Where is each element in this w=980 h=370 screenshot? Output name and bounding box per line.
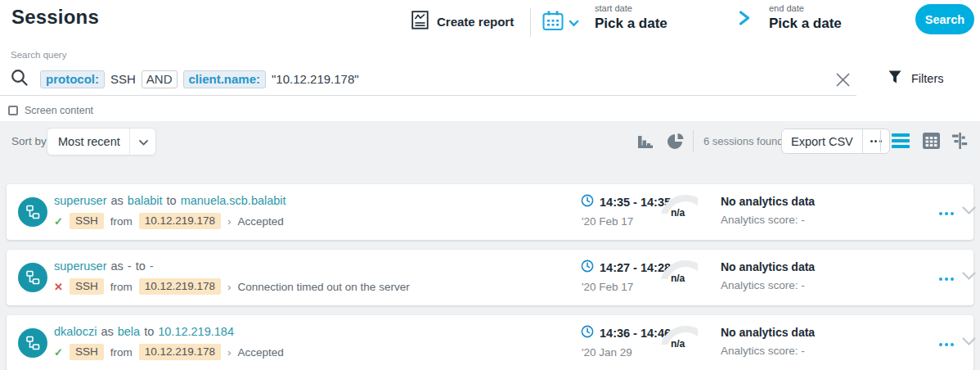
filters-label: Filters [911, 72, 943, 85]
create-report-button[interactable]: Create report [411, 11, 514, 33]
report-icon [411, 11, 429, 33]
more-options-button[interactable] [936, 340, 957, 350]
score-gauge: n/a [660, 195, 698, 229]
analytics-block: No analytics data Analytics score: - [721, 326, 815, 357]
session-target-link[interactable]: 10.12.219.184 [158, 325, 234, 338]
session-user-link[interactable]: dkaloczi [54, 325, 97, 338]
export-csv-button[interactable]: Export CSV [782, 129, 862, 153]
as-word: as [110, 259, 123, 273]
query-field-chip[interactable]: protocol: [40, 70, 105, 88]
end-date-picker[interactable]: end date Pick a date [769, 3, 842, 32]
arrow-separator: › [227, 346, 232, 359]
protocol-highlight: SSH [70, 278, 104, 295]
session-time: 14:35 - 14:35 '20 Feb 17 [581, 194, 671, 228]
score-gauge: n/a [660, 326, 698, 360]
filters-button[interactable]: Filters [888, 70, 943, 87]
to-word: to [167, 194, 177, 207]
arrow-separator: › [227, 215, 232, 228]
results-section: Sort by Most recent [0, 121, 980, 370]
list-view-icon[interactable] [892, 133, 910, 148]
pie-chart-icon[interactable] [668, 133, 685, 153]
expand-chevron-icon[interactable] [962, 204, 976, 219]
bar-chart-icon[interactable] [638, 133, 654, 152]
search-icon [11, 69, 29, 90]
session-gateway-link[interactable]: balabit [128, 194, 163, 207]
analytics-score: Analytics score: - [721, 279, 815, 291]
clock-icon [581, 259, 594, 276]
analytics-title: No analytics data [721, 326, 815, 339]
chevron-down-icon [139, 134, 148, 149]
results-toolbar: Sort by Most recent [0, 121, 980, 161]
from-word: from [110, 346, 133, 359]
session-user-link[interactable]: superuser [54, 194, 106, 207]
table-view-icon[interactable] [923, 133, 940, 152]
analytics-block: No analytics data Analytics score: - [721, 195, 815, 226]
end-date-label: end date [769, 3, 842, 13]
session-type-icon [18, 263, 47, 292]
query-operator-chip[interactable]: AND [142, 70, 178, 88]
session-summary: dkaloczi as bela to 10.12.219.184 ✓ SSH … [54, 325, 284, 360]
protocol-highlight: SSH [70, 344, 104, 360]
screen-content-checkbox[interactable] [8, 106, 18, 115]
analytics-block: No analytics data Analytics score: - [721, 260, 815, 291]
analytics-score: Analytics score: - [721, 214, 815, 226]
search-query-input[interactable]: protocol: SSH AND client.name: "10.12.21… [0, 63, 856, 96]
start-date-picker[interactable]: start date Pick a date [595, 3, 668, 32]
flow-view-icon[interactable] [951, 133, 969, 152]
from-word: from [110, 281, 133, 293]
session-card[interactable]: dkaloczi as bela to 10.12.219.184 ✓ SSH … [7, 315, 973, 370]
expand-chevron-icon[interactable] [962, 335, 976, 350]
export-more-button[interactable] [862, 129, 889, 153]
as-word: as [101, 325, 113, 338]
session-card[interactable]: superuser as - to - ✕ SSH from 10.12.219… [7, 250, 973, 305]
session-date: '20 Jan 29 [581, 346, 671, 359]
query-value[interactable]: SSH [110, 72, 136, 86]
analytics-title: No analytics data [721, 195, 815, 208]
score-value: n/a [671, 207, 685, 219]
expand-chevron-icon[interactable] [962, 269, 976, 284]
analytics-score: Analytics score: - [721, 345, 815, 357]
session-card[interactable]: superuser as balabit to manuela.scb.bala… [7, 184, 973, 240]
sort-dropdown[interactable]: Most recent [47, 128, 156, 156]
clock-icon [581, 194, 594, 210]
client-ip-highlight: 10.12.219.178 [139, 344, 221, 360]
session-target-link[interactable]: manuela.scb.balabit [181, 194, 286, 207]
session-type-icon [18, 197, 47, 227]
more-options-button[interactable] [936, 274, 957, 284]
toolbar-divider [880, 130, 881, 151]
analytics-title: No analytics data [721, 260, 815, 273]
header: Sessions Create report [0, 0, 980, 47]
search-section: Search query protocol: SSH AND client.na… [0, 47, 980, 121]
sort-dropdown-value: Most recent [58, 135, 120, 148]
query-chips: protocol: SSH AND client.name: "10.12.21… [40, 70, 359, 88]
clock-icon [581, 325, 594, 341]
header-divider [530, 8, 531, 37]
success-check-icon: ✓ [54, 346, 63, 359]
session-time: 14:36 - 14:46 '20 Jan 29 [581, 325, 671, 359]
sort-by-label: Sort by [11, 135, 47, 147]
as-word: as [110, 194, 123, 207]
screen-content-label: Screen content [25, 105, 93, 116]
session-gateway-link[interactable]: bela [118, 325, 140, 338]
chevron-right-icon [739, 11, 751, 29]
session-user-link[interactable]: superuser [54, 259, 106, 273]
query-value[interactable]: "10.12.219.178" [272, 72, 359, 86]
session-target-link[interactable]: - [150, 259, 154, 273]
session-verdict: Accepted [238, 215, 284, 228]
session-list: superuser as balabit to manuela.scb.bala… [0, 161, 980, 370]
clear-search-button[interactable] [833, 70, 852, 89]
sessions-page: Sessions Create report [0, 0, 980, 370]
session-verdict: Accepted [238, 346, 284, 359]
search-button[interactable]: Search [915, 4, 974, 34]
query-field-chip[interactable]: client.name: [183, 70, 267, 88]
success-check-icon: ✓ [54, 215, 63, 228]
score-value: n/a [671, 338, 685, 350]
more-options-button[interactable] [936, 209, 957, 219]
end-date-value: Pick a date [769, 16, 842, 32]
dropdown-divider [129, 129, 130, 155]
session-gateway-link: - [128, 259, 132, 273]
session-verdict: Connection timed out on the server [238, 281, 410, 293]
score-gauge: n/a [660, 260, 698, 295]
calendar-picker-button[interactable] [542, 10, 579, 35]
screen-content-toggle[interactable]: Screen content [8, 105, 93, 116]
